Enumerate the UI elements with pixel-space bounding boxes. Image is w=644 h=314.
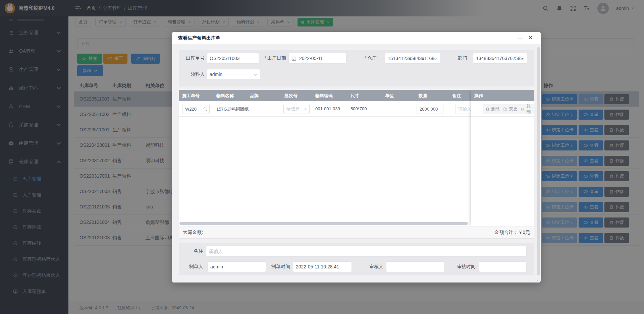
date-label: *出库日期 xyxy=(259,55,286,61)
warehouse-label: *仓库 xyxy=(356,55,377,61)
remark-label: 备注 xyxy=(191,248,203,254)
date-input[interactable]: 2022-05-11 xyxy=(288,53,346,64)
modal-scrollbar[interactable] xyxy=(537,47,540,275)
trash-icon xyxy=(485,107,490,111)
order-no-label: 出库单号 xyxy=(179,55,205,61)
make-time-label: 制单时间 xyxy=(269,264,290,270)
row-actions: 删除 变更 复制 xyxy=(471,101,534,117)
app-root: 智慧印刷IPM4.0 首页 / 仓库管理 / 出库管理 admin 首页 × xyxy=(0,0,644,314)
close-icon[interactable]: ✕ xyxy=(527,34,534,42)
edit-icon xyxy=(503,107,507,111)
order-no-input[interactable]: OS220511003 xyxy=(207,53,259,64)
material-name-value: 157G晨鸣铜版纸 xyxy=(216,106,249,112)
material-table: 施工单号 物料名称 品牌 批次号 物料编码 尺寸 单位 数量 备注 W220 1… xyxy=(179,90,534,227)
maker-input[interactable] xyxy=(207,261,266,272)
col-material-name: 物料名称 xyxy=(216,93,234,99)
minimize-icon[interactable]: — xyxy=(517,34,524,42)
auditor-label: 审核人 xyxy=(365,264,383,270)
change-row-button[interactable]: 变更 xyxy=(501,104,520,114)
picker-select[interactable]: admin xyxy=(207,69,260,80)
col-brand: 品牌 xyxy=(250,93,259,99)
material-code-value: 001-001-039 xyxy=(315,106,340,111)
maker-label: 制单人 xyxy=(185,264,203,270)
col-unit: 单位 xyxy=(385,93,394,99)
amount-band: 大写金额: 金额合计：￥0元 xyxy=(179,227,534,239)
modal-body: 出库单号 OS220511003 *出库日期 2022-05-11 *仓库 15… xyxy=(172,44,541,282)
resize-handle[interactable] xyxy=(536,278,539,281)
chevron-down-icon xyxy=(520,57,525,61)
col-batch: 批次号 xyxy=(284,93,298,99)
dept-label: 部门 xyxy=(453,55,467,61)
modal-title: 查看生产领料出库单 xyxy=(172,32,541,44)
col-material-code: 物料编码 xyxy=(315,93,333,99)
caps-amount-label: 大写金额: xyxy=(183,230,203,236)
col-actions: 操作 xyxy=(474,93,483,99)
picker-label: 领料人 xyxy=(179,71,205,77)
size-value: 500*700 xyxy=(351,106,367,111)
col-work-order: 施工单号 xyxy=(182,93,200,99)
audit-time-label: 审核时间 xyxy=(455,264,476,270)
col-quantity: 数量 xyxy=(419,93,427,99)
chevron-down-icon xyxy=(253,73,258,77)
amount-total: 金额合计：￥0元 xyxy=(494,230,530,236)
dept-select[interactable]: 134883641763762585 xyxy=(473,53,527,64)
work-order-input[interactable]: W220 xyxy=(182,104,210,114)
copy-row-button[interactable]: 复制 xyxy=(519,104,534,114)
outbound-order-modal: 查看生产领料出库单 — ✕ 出库单号 OS220511003 *出库日期 202… xyxy=(172,32,541,282)
edit-icon xyxy=(521,107,524,111)
delete-row-button[interactable]: 删除 xyxy=(483,104,502,114)
audit-time-input[interactable] xyxy=(479,261,527,272)
make-time-input[interactable] xyxy=(293,261,352,272)
fixed-actions-column: 操作 删除 变更 复制 xyxy=(471,90,534,227)
col-size: 尺寸 xyxy=(351,93,359,99)
auditor-input[interactable] xyxy=(386,261,445,272)
col-remark: 备注 xyxy=(452,93,461,99)
maker-section: 备注 制单人 制单时间 审核人 审核时间 xyxy=(179,243,534,275)
remark-input[interactable] xyxy=(206,246,527,257)
batch-select[interactable]: 请选择 xyxy=(283,104,310,114)
chevron-down-icon xyxy=(433,57,438,61)
unit-value: - xyxy=(386,106,387,111)
calendar-icon xyxy=(291,56,297,61)
quantity-input[interactable] xyxy=(417,104,443,114)
horizontal-scrollbar[interactable] xyxy=(179,222,468,225)
chevron-down-icon xyxy=(304,107,308,111)
warehouse-select[interactable]: 151341239584391168 xyxy=(385,53,440,64)
search-icon[interactable] xyxy=(203,107,207,111)
